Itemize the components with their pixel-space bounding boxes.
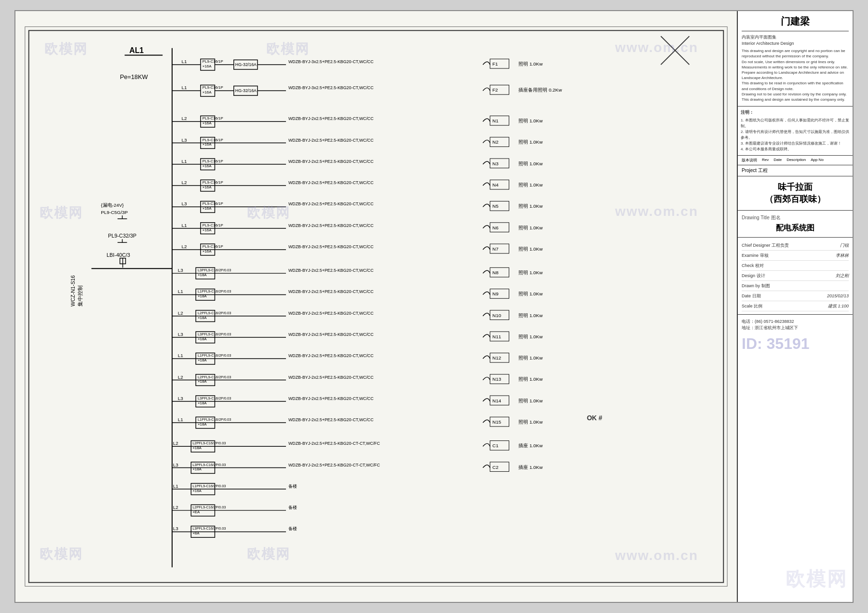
svg-text:L2: L2 bbox=[182, 116, 187, 121]
svg-text:照明 1.0Kw: 照明 1.0Kw bbox=[518, 419, 543, 425]
revision-block: 版本说明 Rev Date Description App No bbox=[738, 156, 853, 165]
svg-text:N13: N13 bbox=[492, 376, 502, 382]
sig-chief-designer: Chief Designer 工程负责 门锐 bbox=[742, 240, 849, 251]
notes-block: 注明： 1. 本图纸为公司版权所有，任何人事如需此约不经许可，禁止复制。 2. … bbox=[738, 107, 853, 156]
svg-text:×16A: ×16A bbox=[203, 228, 212, 232]
sig-design: Design 设计 刘之刚 bbox=[742, 271, 849, 281]
sig-date: Date 日期 2015/02/13 bbox=[742, 291, 849, 301]
al1-label: AL1 bbox=[129, 46, 144, 54]
svg-text:L3PFL9-C16/2P/0.03: L3PFL9-C16/2P/0.03 bbox=[198, 332, 231, 336]
svg-text:{漏电-24V}: {漏电-24V} bbox=[101, 202, 124, 208]
svg-text:×EA: ×EA bbox=[192, 510, 200, 514]
svg-text:N9: N9 bbox=[492, 291, 499, 296]
company-subtitle: 内装室内平面图集Interior Architecture Design bbox=[742, 34, 849, 46]
svg-text:L1: L1 bbox=[182, 85, 187, 90]
svg-text:照明 1.0Kw: 照明 1.0Kw bbox=[518, 313, 543, 318]
svg-text:PL9-C16/1P: PL9-C16/1P bbox=[203, 223, 223, 227]
drawing-title-block: Drawing Title 图名 配电系统图 bbox=[738, 211, 853, 238]
svg-text:WDZB-BYJ-2x2.5+PE2.5-KBG20-CT,: WDZB-BYJ-2x2.5+PE2.5-KBG20-CT,WC/CC bbox=[288, 244, 374, 249]
svg-text:PL9-C16/1P: PL9-C16/1P bbox=[203, 59, 223, 64]
phone-text: 电话：(86) 0571-86238832 bbox=[742, 319, 849, 325]
svg-text:WDZB-BYJ-3x2.5+PE2.5-KBG20-CT,: WDZB-BYJ-3x2.5+PE2.5-KBG20-CT,WC/CC bbox=[288, 85, 374, 90]
svg-text:照明 1.0Kw: 照明 1.0Kw bbox=[518, 376, 543, 382]
svg-text:照明 1.0Kw: 照明 1.0Kw bbox=[518, 270, 543, 275]
svg-text:WDZB-BYJ-2x2.5+PE2.5-KBG20-CT,: WDZB-BYJ-2x2.5+PE2.5-KBG20-CT,WC/CC bbox=[288, 201, 374, 206]
svg-text:L3: L3 bbox=[173, 462, 178, 467]
svg-text:×16A: ×16A bbox=[203, 64, 212, 68]
svg-text:照明 1.0Kw: 照明 1.0Kw bbox=[518, 334, 543, 339]
drawing-title-value: 配电系统图 bbox=[742, 223, 849, 233]
svg-text:L1: L1 bbox=[178, 353, 183, 358]
svg-text:PL9-C16/1P: PL9-C16/1P bbox=[203, 180, 223, 185]
svg-text:PL9-C32/3P: PL9-C32/3P bbox=[108, 233, 136, 239]
svg-text:×18A: ×18A bbox=[198, 422, 207, 426]
svg-text:L3: L3 bbox=[178, 396, 183, 401]
company-title: 门建梁 bbox=[742, 15, 849, 31]
svg-text:L3: L3 bbox=[173, 526, 178, 531]
svg-text:C1: C1 bbox=[492, 443, 499, 448]
svg-text:N15: N15 bbox=[492, 419, 502, 425]
note-1: 1. 本图纸为公司版权所有，任何人事如需此约不经许可，禁止复制。 bbox=[741, 118, 850, 129]
svg-text:L2: L2 bbox=[173, 440, 178, 446]
svg-text:L1: L1 bbox=[182, 159, 187, 164]
drawing-area: 欧模网 欧模网 www.om.cn 欧模网 欧模网 www.om.cn 欧模网 … bbox=[15, 11, 737, 602]
notes-title: 注明： bbox=[741, 109, 850, 116]
svg-text:PL9-C16/1P: PL9-C16/1P bbox=[203, 201, 223, 206]
svg-text:×18A: ×18A bbox=[198, 401, 207, 405]
svg-text:×16A: ×16A bbox=[203, 121, 212, 125]
project-name: 味千拉面 bbox=[742, 181, 849, 193]
svg-text:HG-32/16A: HG-32/16A bbox=[235, 62, 257, 67]
svg-text:N6: N6 bbox=[492, 225, 499, 230]
svg-text:照明 1.0Kw: 照明 1.0Kw bbox=[518, 203, 543, 209]
svg-text:照明 1.0Kw: 照明 1.0Kw bbox=[518, 118, 543, 123]
id-watermark: 欧模网 bbox=[786, 566, 848, 592]
sig-examine: Examine 审核 李林林 bbox=[742, 251, 849, 261]
sig-check: Check 校对 bbox=[742, 261, 849, 271]
svg-text:L3: L3 bbox=[178, 267, 183, 273]
svg-text:×18A: ×18A bbox=[198, 294, 207, 298]
svg-text:照明 1.0Kw: 照明 1.0Kw bbox=[518, 161, 543, 166]
project-label-block: Project 工程 bbox=[738, 165, 853, 176]
svg-text:C2: C2 bbox=[492, 465, 499, 470]
svg-text:×16A: ×16A bbox=[192, 489, 202, 493]
svg-text:WDZB-BYJ-2x2.5+PE2.5-KBG20-CT,: WDZB-BYJ-2x2.5+PE2.5-KBG20-CT,WC/CC bbox=[288, 223, 374, 228]
svg-text:照明 1.0Kw: 照明 1.0Kw bbox=[518, 182, 543, 187]
svg-rect-0 bbox=[25, 27, 727, 586]
svg-text:PL9-C5G/3P: PL9-C5G/3P bbox=[101, 210, 128, 215]
svg-text:插座 1.0Kw: 插座 1.0Kw bbox=[518, 443, 543, 448]
pe-label: Pe=18KW bbox=[120, 73, 149, 80]
wcz-label: WCZ-N1-S16 bbox=[70, 275, 76, 306]
svg-text:WDZB-BYJ-2x2.5+PE2.5-KBG20-CT-: WDZB-BYJ-2x2.5+PE2.5-KBG20-CT-CT,WC/FC bbox=[288, 463, 380, 467]
svg-text:×16A: ×16A bbox=[203, 206, 212, 211]
svg-text:N7: N7 bbox=[492, 246, 499, 252]
svg-text:L1PFL9-C16/2P/0.03: L1PFL9-C16/2P/0.03 bbox=[198, 289, 231, 293]
svg-text:WDZB-BYJ-2x2.5+PE2.5-KBG20-CT-: WDZB-BYJ-2x2.5+PE2.5-KBG20-CT-CT,WC/FC bbox=[288, 441, 380, 446]
svg-text:备楼: 备楼 bbox=[288, 505, 297, 510]
svg-text:L2: L2 bbox=[173, 505, 178, 510]
svg-text:插座备用照明 0.2Kw: 插座备用照明 0.2Kw bbox=[518, 87, 562, 93]
svg-text:WDZB-BYJ-2x2.5+PE2.5-KBG20-CT,: WDZB-BYJ-2x2.5+PE2.5-KBG20-CT,WC/CC bbox=[288, 180, 374, 185]
svg-text:WDZB-BYJ-2x2.5+PE2.5-KBG20-CT,: WDZB-BYJ-2x2.5+PE2.5-KBG20-CT,WC/CC bbox=[288, 289, 374, 294]
svg-text:WDZB-BYJ-2x2.5+PE2.5-KBG20-CT,: WDZB-BYJ-2x2.5+PE2.5-KBG20-CT,WC/CC bbox=[288, 311, 374, 316]
svg-text:L2: L2 bbox=[182, 244, 187, 249]
page: 欧模网 欧模网 www.om.cn 欧模网 欧模网 www.om.cn 欧模网 … bbox=[14, 10, 854, 603]
svg-text:照明 1.0Kw: 照明 1.0Kw bbox=[518, 398, 543, 403]
svg-text:L1: L1 bbox=[173, 483, 178, 489]
svg-text:F1: F1 bbox=[492, 61, 498, 67]
svg-text:WDZB-BYJ-2x2.5+PE2.5-KBG20-CT,: WDZB-BYJ-2x2.5+PE2.5-KBG20-CT,WC/CC bbox=[288, 268, 374, 273]
svg-text:PL9-C16/1P: PL9-C16/1P bbox=[203, 244, 223, 249]
svg-text:N11: N11 bbox=[492, 334, 501, 339]
svg-text:×18A: ×18A bbox=[198, 358, 207, 362]
svg-text:PL9-C16/1P: PL9-C16/1P bbox=[203, 159, 223, 163]
svg-text:照明 1.0Kw: 照明 1.0Kw bbox=[518, 246, 543, 252]
wcz-sublabel: 集中控制 bbox=[77, 285, 83, 306]
project-name-block: 味千拉面 （西郊百联味） bbox=[738, 176, 853, 211]
svg-text:×18A: ×18A bbox=[192, 467, 202, 471]
svg-text:N1: N1 bbox=[492, 118, 499, 123]
svg-text:N5: N5 bbox=[492, 203, 499, 209]
svg-text:照明 1.0Kw: 照明 1.0Kw bbox=[518, 291, 543, 296]
ok-label: OK # bbox=[587, 414, 602, 422]
svg-text:×8A: ×8A bbox=[192, 531, 200, 535]
svg-text:×16A: ×16A bbox=[203, 185, 212, 189]
project-label: Project 工程 bbox=[742, 168, 768, 173]
